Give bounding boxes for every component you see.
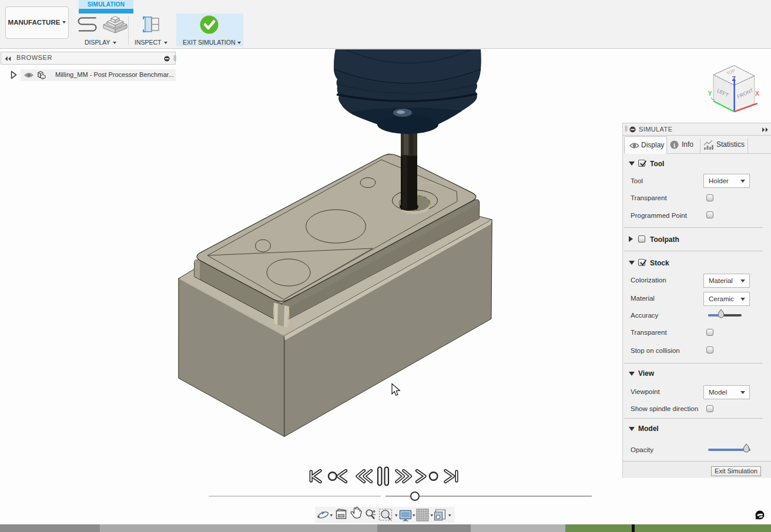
svg-text:Y: Y (708, 90, 712, 97)
svg-text:Z: Z (732, 75, 736, 82)
svg-text:i: i (673, 142, 675, 149)
svg-text:X: X (755, 90, 759, 97)
